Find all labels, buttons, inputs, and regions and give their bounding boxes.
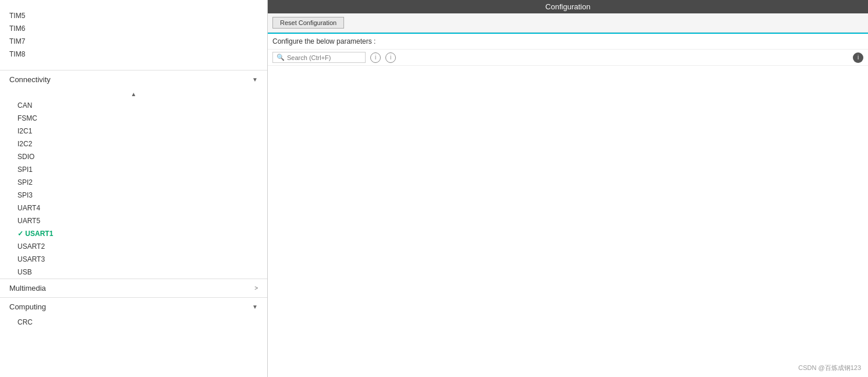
watermark: CSDN @百炼成钢123 (798, 364, 861, 372)
sidebar-item-tim6[interactable]: TIM6 (0, 22, 267, 35)
main-panel: Configuration Reset Configuration Config… (268, 0, 868, 377)
config-header: Configuration (268, 0, 868, 13)
param-area (268, 66, 868, 377)
sidebar-item-tim8[interactable]: TIM8 (0, 48, 267, 61)
info-circle-1[interactable]: i (370, 52, 381, 63)
arrow-right-icon: > (254, 285, 258, 291)
sidebar-item-spi1[interactable]: SPI1 (0, 163, 267, 176)
sidebar-item-usb[interactable]: USB (0, 266, 267, 279)
search-bar: 🔍 i i i (268, 50, 868, 66)
sidebar-category-multimedia[interactable]: Multimedia> (0, 279, 267, 297)
reset-button[interactable]: Reset Configuration (272, 17, 344, 29)
sidebar-item-usart1[interactable]: ✓ USART1 (0, 227, 267, 240)
sidebar-item-fsmc[interactable]: FSMC (0, 112, 267, 125)
sidebar-category-computing[interactable]: Computing▼ (0, 297, 267, 316)
sidebar-item-spi2[interactable]: SPI2 (0, 176, 267, 189)
toolbar: Reset Configuration (268, 13, 868, 33)
sidebar: TIM5TIM6TIM7TIM8 Connectivity▼▲CANFSMCI2… (0, 0, 268, 377)
sidebar-category-connectivity[interactable]: Connectivity▼ (0, 70, 267, 89)
sidebar-item-usart3[interactable]: USART3 (0, 253, 267, 266)
sidebar-item-uart5[interactable]: UART5 (0, 214, 267, 227)
sidebar-item-i2c1[interactable]: I2C1 (0, 125, 267, 138)
sidebar-item-usart2[interactable]: USART2 (0, 240, 267, 253)
sidebar-item-uart4[interactable]: UART4 (0, 202, 267, 214)
sidebar-item-tim5[interactable]: TIM5 (0, 9, 267, 22)
sidebar-item-sdio[interactable]: SDIO (0, 150, 267, 163)
info-circle-2[interactable]: i (385, 52, 396, 63)
arrow-down-icon: ▼ (252, 76, 258, 83)
category-label: Connectivity (9, 75, 51, 84)
search-input-wrap[interactable]: 🔍 (272, 52, 366, 63)
info-circle-solid[interactable]: i (853, 52, 863, 63)
collapse-arrow-icon[interactable]: ▲ (131, 91, 137, 97)
arrow-down-icon: ▼ (252, 304, 258, 310)
sidebar-item-spi3[interactable]: SPI3 (0, 189, 267, 202)
category-label: Multimedia (9, 284, 46, 293)
search-icon: 🔍 (277, 54, 285, 61)
sidebar-item-i2c2[interactable]: I2C2 (0, 138, 267, 150)
search-input[interactable] (287, 54, 357, 61)
configure-line: Configure the below parameters : (268, 34, 868, 50)
sidebar-item-tim7[interactable]: TIM7 (0, 35, 267, 48)
category-label: Computing (9, 302, 46, 311)
sidebar-item-can[interactable]: CAN (0, 99, 267, 112)
sidebar-item-crc[interactable]: CRC (0, 316, 267, 329)
